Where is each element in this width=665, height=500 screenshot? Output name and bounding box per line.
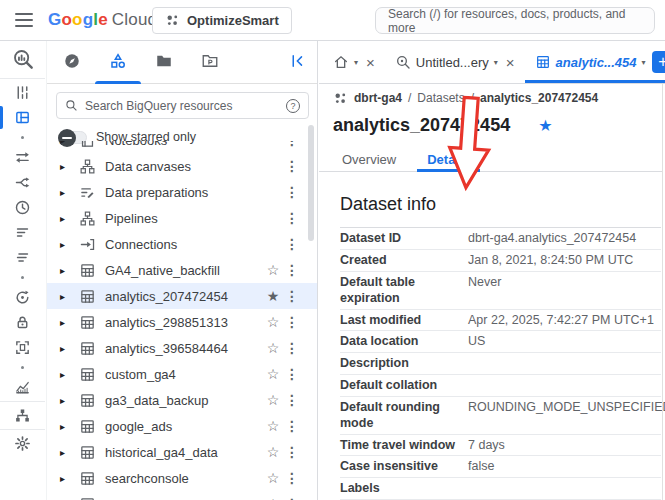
tab-overview[interactable]: Overview <box>340 148 398 171</box>
tree-item-custom-ga4[interactable]: ▸custom_ga4☆⋮ <box>47 361 317 387</box>
rail-item-data-transfers[interactable] <box>0 145 45 170</box>
expand-caret-icon[interactable]: ▸ <box>60 239 72 250</box>
project-selector[interactable]: OptimizeSmart <box>152 7 292 34</box>
more-menu-icon[interactable]: ⋮ <box>283 158 301 174</box>
tree-item-analytics-207472454[interactable]: ▸analytics_207472454★⋮ <box>47 283 317 309</box>
more-menu-icon[interactable]: ⋮ <box>283 470 301 486</box>
more-menu-icon[interactable]: ⋮ <box>283 236 301 252</box>
rail-item-slant-lines[interactable] <box>0 245 45 270</box>
analytics-dataset-tab[interactable]: analytic...454▾× <box>525 41 665 83</box>
star-outline-icon[interactable]: ☆ <box>263 470 283 486</box>
expand-caret-icon[interactable]: ▸ <box>60 141 72 146</box>
global-search-input[interactable]: Search (/) for resources, docs, products… <box>375 7 655 34</box>
tree-item-historical-ga4-data[interactable]: ▸historical_ga4_data☆⋮ <box>47 439 317 465</box>
tree-item-google-ads[interactable]: ▸google_ads☆⋮ <box>47 413 317 439</box>
untitled-query-tab[interactable]: Untitled...ery▾× <box>385 41 525 83</box>
chevron-down-icon[interactable]: ▾ <box>494 58 498 67</box>
expand-caret-icon[interactable]: ▸ <box>60 317 72 328</box>
more-menu-icon[interactable]: ⋮ <box>283 262 301 278</box>
info-row: Dataset IDdbrt-ga4.analytics_207472454 <box>340 228 661 250</box>
tree-item-pipelines[interactable]: ▸Pipelines☆⋮ <box>47 205 317 231</box>
expand-caret-icon[interactable]: ▸ <box>60 291 72 302</box>
tree-item-searchconsole[interactable]: ▸searchconsole☆⋮ <box>47 465 317 491</box>
menu-hamburger-icon[interactable] <box>15 13 33 27</box>
rail-item-scan-frame[interactable] <box>0 335 45 360</box>
star-outline-icon[interactable]: ☆ <box>263 340 283 356</box>
data-prep-icon <box>79 184 96 201</box>
expand-caret-icon[interactable]: ▸ <box>60 395 72 406</box>
rail-item-scheduled[interactable] <box>0 195 45 220</box>
compass-tab[interactable] <box>63 41 81 84</box>
tree-item-ga4-native-backfill[interactable]: ▸GA4_native_backfill☆⋮ <box>47 257 317 283</box>
info-row: Default table expirationNever <box>340 272 661 310</box>
chevron-down-icon[interactable]: ▾ <box>354 58 358 67</box>
more-menu-icon[interactable]: ⋮ <box>283 366 301 382</box>
tree-item-superform-outputs-20747-[interactable]: ▸superform_outputs_20747:☆⋮ <box>47 491 317 500</box>
more-menu-icon[interactable]: ⋮ <box>283 496 301 500</box>
tree-item-data-preparations[interactable]: ▸Data preparations☆⋮ <box>47 179 317 205</box>
star-outline-icon[interactable]: ☆ <box>263 496 283 500</box>
rail-item-circular-arrows[interactable] <box>0 285 45 310</box>
close-icon[interactable]: × <box>506 54 515 71</box>
collapse-panel-icon[interactable] <box>287 52 307 72</box>
tree-item-analytics-298851313[interactable]: ▸analytics_298851313☆⋮ <box>47 309 317 335</box>
rail-item-sql-workspace[interactable] <box>0 105 45 130</box>
home-tab[interactable]: ▾× <box>323 41 385 83</box>
rail-item-settings[interactable] <box>0 431 45 456</box>
star-outline-icon[interactable]: ☆ <box>263 262 283 278</box>
expand-caret-icon[interactable]: ▸ <box>60 213 72 224</box>
rail-item-equalizer[interactable] <box>0 80 45 105</box>
star-outline-icon[interactable]: ☆ <box>263 418 283 434</box>
star-filled-icon[interactable]: ★ <box>263 288 283 304</box>
star-outline-icon[interactable]: ☆ <box>263 444 283 460</box>
workspace-tab[interactable] <box>109 41 127 84</box>
expand-caret-icon[interactable]: ▸ <box>60 265 72 276</box>
expand-caret-icon[interactable]: ▸ <box>60 369 72 380</box>
data-canvas-icon <box>79 158 96 175</box>
expand-caret-icon[interactable]: ▸ <box>60 187 72 198</box>
expand-caret-icon[interactable]: ▸ <box>60 161 72 172</box>
tree-scrollbar[interactable] <box>308 125 314 241</box>
folder-tab[interactable] <box>155 41 173 84</box>
rail-item-list-lines[interactable] <box>0 220 45 245</box>
folder-p-tab[interactable] <box>201 41 219 84</box>
editor-tab-strip: ▾×Untitled...ery▾×analytic...454▾×+ <box>319 41 665 84</box>
more-menu-icon[interactable]: ⋮ <box>283 444 301 460</box>
rail-item-monitoring-chart[interactable] <box>0 375 45 400</box>
help-icon[interactable]: ? <box>286 99 300 113</box>
more-menu-icon[interactable]: ⋮ <box>283 288 301 304</box>
tree-item-notebooks[interactable]: ▸Notebooks☆⋮ <box>47 141 317 153</box>
expand-caret-icon[interactable]: ▸ <box>60 447 72 458</box>
tree-item-ga3-data-backup[interactable]: ▸ga3_data_backup☆⋮ <box>47 387 317 413</box>
close-icon[interactable]: × <box>366 54 375 71</box>
more-menu-icon[interactable]: ⋮ <box>283 418 301 434</box>
connection-icon <box>79 236 96 253</box>
more-menu-icon[interactable]: ⋮ <box>283 184 301 200</box>
expand-caret-icon[interactable]: ▸ <box>60 473 72 484</box>
star-outline-icon[interactable]: ☆ <box>263 366 283 382</box>
new-tab-button[interactable]: + <box>652 51 665 73</box>
breadcrumb-project[interactable]: dbrt-ga4 <box>354 91 402 105</box>
expand-caret-icon[interactable]: ▸ <box>60 343 72 354</box>
chevron-down-icon[interactable]: ▾ <box>642 58 646 67</box>
google-cloud-logo: GoogleCloud <box>48 10 157 30</box>
rail-item-sitemap[interactable] <box>0 403 45 428</box>
star-outline-icon[interactable]: ☆ <box>263 392 283 408</box>
more-menu-icon[interactable]: ⋮ <box>283 392 301 408</box>
star-outline-icon[interactable]: ☆ <box>263 314 283 330</box>
tree-item-connections[interactable]: ▸Connections☆⋮ <box>47 231 317 257</box>
expand-caret-icon[interactable]: ▸ <box>60 421 72 432</box>
explorer-search-input[interactable] <box>85 99 279 113</box>
rail-item-branch-split[interactable] <box>0 170 45 195</box>
more-menu-icon[interactable]: ⋮ <box>283 340 301 356</box>
star-icon[interactable]: ★ <box>538 116 552 135</box>
rail-item-lock[interactable] <box>0 310 45 335</box>
more-menu-icon[interactable]: ⋮ <box>283 314 301 330</box>
breadcrumb-datasets-link[interactable]: Datasets <box>417 91 464 105</box>
more-menu-icon[interactable]: ⋮ <box>283 141 301 148</box>
more-menu-icon[interactable]: ⋮ <box>283 210 301 226</box>
breadcrumb-current: analytics_207472454 <box>480 91 598 105</box>
tab-details[interactable]: Details <box>425 148 472 171</box>
tree-item-analytics-396584464[interactable]: ▸analytics_396584464☆⋮ <box>47 335 317 361</box>
tree-item-data-canvases[interactable]: ▸Data canvases☆⋮ <box>47 153 317 179</box>
